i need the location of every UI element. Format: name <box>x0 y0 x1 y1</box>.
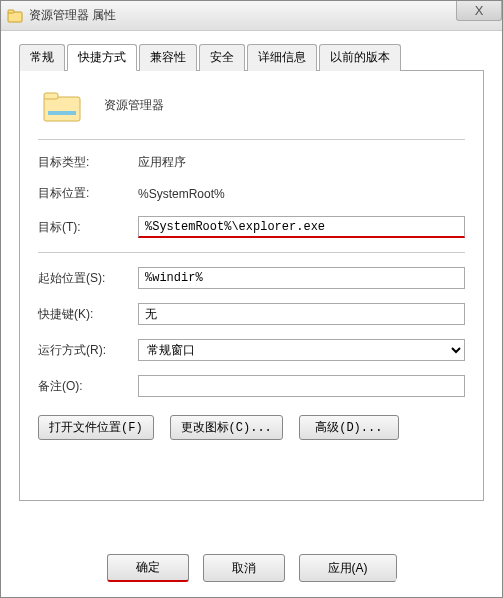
comment-input[interactable] <box>138 375 465 397</box>
start-in-label: 起始位置(S): <box>38 270 138 287</box>
tab-previous[interactable]: 以前的版本 <box>319 44 401 71</box>
folder-icon <box>42 87 82 123</box>
content-area: 常规 快捷方式 兼容性 安全 详细信息 以前的版本 资源管理器 目标类型: <box>1 31 502 513</box>
row-run-mode: 运行方式(R): 常规窗口 <box>38 339 465 361</box>
divider <box>38 139 465 140</box>
target-type-label: 目标类型: <box>38 154 138 171</box>
target-location-label: 目标位置: <box>38 185 138 202</box>
change-icon-button[interactable]: 更改图标(C)... <box>170 415 283 440</box>
app-name: 资源管理器 <box>104 97 164 114</box>
row-target: 目标(T): <box>38 216 465 238</box>
svg-rect-1 <box>8 10 14 13</box>
titlebar: 资源管理器 属性 X <box>1 1 502 31</box>
run-label: 运行方式(R): <box>38 342 138 359</box>
run-mode-select[interactable]: 常规窗口 <box>138 339 465 361</box>
shortcut-key-label: 快捷键(K): <box>38 306 138 323</box>
svg-rect-2 <box>44 97 80 121</box>
divider <box>38 252 465 253</box>
dialog-footer: 确定 取消 应用(A) <box>0 554 503 582</box>
tab-details[interactable]: 详细信息 <box>247 44 317 71</box>
tab-panel: 资源管理器 目标类型: 应用程序 目标位置: %SystemRoot% 目标(T… <box>19 71 484 501</box>
close-button[interactable]: X <box>456 1 502 21</box>
comment-label: 备注(O): <box>38 378 138 395</box>
button-row: 打开文件位置(F) 更改图标(C)... 高级(D)... <box>38 415 465 440</box>
start-in-input[interactable] <box>138 267 465 289</box>
svg-rect-4 <box>48 111 76 115</box>
properties-dialog: 资源管理器 属性 X 常规 快捷方式 兼容性 安全 详细信息 以前的版本 资源管… <box>0 0 503 598</box>
svg-rect-3 <box>44 93 58 99</box>
target-type-value: 应用程序 <box>138 154 465 171</box>
titlebar-icon <box>7 8 23 24</box>
target-label: 目标(T): <box>38 219 138 236</box>
close-icon: X <box>475 3 484 18</box>
row-start-in: 起始位置(S): <box>38 267 465 289</box>
row-comment: 备注(O): <box>38 375 465 397</box>
tab-security[interactable]: 安全 <box>199 44 245 71</box>
shortcut-key-input[interactable] <box>138 303 465 325</box>
row-target-location: 目标位置: %SystemRoot% <box>38 185 465 202</box>
target-location-value: %SystemRoot% <box>138 187 465 201</box>
tab-strip: 常规 快捷方式 兼容性 安全 详细信息 以前的版本 <box>19 43 484 71</box>
tab-compat[interactable]: 兼容性 <box>139 44 197 71</box>
window-title: 资源管理器 属性 <box>29 7 116 24</box>
row-target-type: 目标类型: 应用程序 <box>38 154 465 171</box>
tab-general[interactable]: 常规 <box>19 44 65 71</box>
app-header: 资源管理器 <box>38 87 465 123</box>
tab-shortcut[interactable]: 快捷方式 <box>67 44 137 71</box>
advanced-button[interactable]: 高级(D)... <box>299 415 399 440</box>
target-input[interactable] <box>138 216 465 238</box>
ok-button[interactable]: 确定 <box>107 554 189 582</box>
open-file-location-button[interactable]: 打开文件位置(F) <box>38 415 154 440</box>
cancel-button[interactable]: 取消 <box>203 554 285 582</box>
row-shortcut-key: 快捷键(K): <box>38 303 465 325</box>
apply-button[interactable]: 应用(A) <box>299 554 397 582</box>
